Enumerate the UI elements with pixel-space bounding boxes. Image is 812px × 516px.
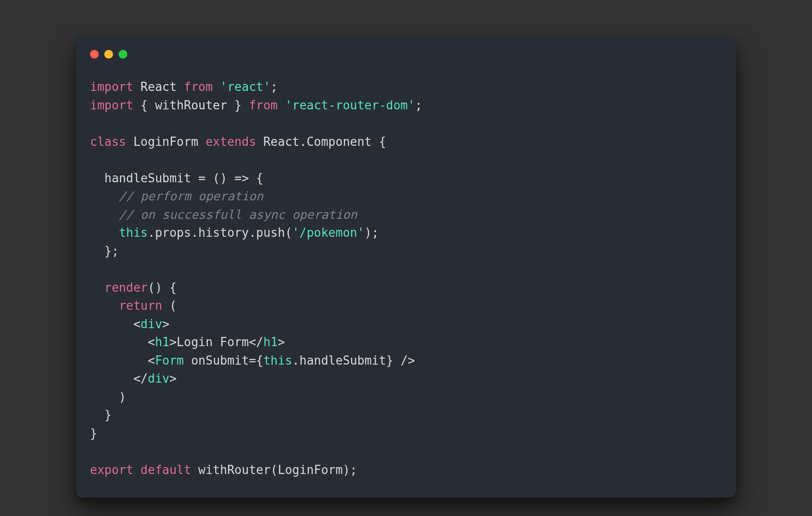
kw-import: import [90,80,133,94]
code-block: import React from 'react'; import { with… [90,78,722,479]
maximize-icon[interactable] [119,50,127,59]
traffic-lights [90,50,722,59]
code-window: import React from 'react'; import { with… [76,37,736,498]
minimize-icon[interactable] [104,50,113,59]
comment-line: // on successfull async operation [90,208,357,222]
close-icon[interactable] [90,50,99,59]
comment-line: // perform operation [90,189,263,203]
